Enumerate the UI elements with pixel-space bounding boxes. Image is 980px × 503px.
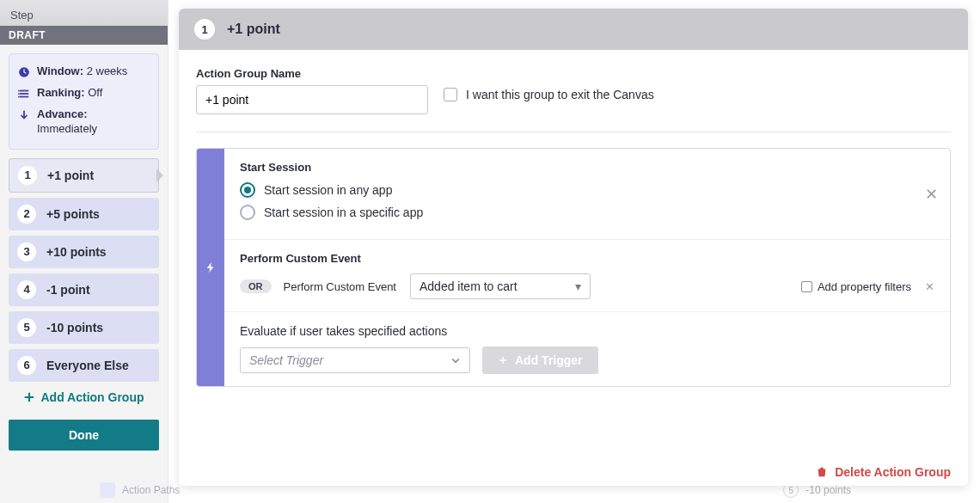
panel-footer: Delete Action Group bbox=[179, 457, 968, 486]
clock-icon bbox=[18, 66, 30, 83]
add-action-group-label: Add Action Group bbox=[40, 390, 144, 404]
panel-header: 1 +1 point bbox=[179, 9, 968, 50]
separator bbox=[196, 132, 951, 132]
or-badge: OR bbox=[240, 279, 272, 293]
add-trigger-button[interactable]: Add Trigger bbox=[482, 347, 598, 374]
group-list: 1 +1 point 2 +5 points 3 +10 points 4 -1… bbox=[0, 158, 168, 382]
radio-icon bbox=[240, 205, 255, 220]
add-action-group-button[interactable]: Add Action Group bbox=[9, 390, 159, 404]
radio-specific-app[interactable]: Start session in a specific app bbox=[240, 205, 934, 220]
group-number: 1 bbox=[18, 166, 37, 185]
svg-rect-2 bbox=[20, 93, 29, 95]
ranking-icon bbox=[18, 88, 30, 104]
group-label: Everyone Else bbox=[46, 359, 129, 372]
advance-icon bbox=[18, 109, 30, 126]
action-group-name-input[interactable] bbox=[196, 85, 428, 114]
remove-section-button[interactable]: ✕ bbox=[925, 185, 938, 204]
select-trigger-placeholder: Select Trigger bbox=[249, 353, 323, 367]
advance-label: Advance: bbox=[37, 107, 88, 120]
group-item-6[interactable]: 6 Everyone Else bbox=[9, 349, 159, 382]
property-filter-label: Add property filters bbox=[818, 280, 911, 293]
advance-value: Immediately bbox=[37, 122, 97, 135]
card-accent bbox=[197, 149, 224, 386]
group-number: 5 bbox=[17, 318, 36, 337]
remove-event-button[interactable]: ✕ bbox=[925, 280, 934, 293]
exit-canvas-label: I want this group to exit the Canvas bbox=[466, 88, 654, 101]
group-item-2[interactable]: 2 +5 points bbox=[9, 198, 159, 230]
caret-down-icon: ▾ bbox=[575, 279, 581, 293]
chevron-down-icon bbox=[450, 355, 461, 365]
canvas-node-label: Action Paths bbox=[122, 484, 180, 496]
svg-rect-1 bbox=[20, 90, 29, 92]
status-badge: DRAFT bbox=[0, 26, 168, 45]
svg-point-6 bbox=[18, 96, 20, 98]
group-number: 3 bbox=[17, 242, 36, 261]
svg-point-4 bbox=[18, 90, 20, 92]
event-select[interactable]: Added item to cart ▾ bbox=[410, 273, 591, 299]
radio-any-label: Start session in any app bbox=[264, 183, 392, 197]
delete-action-group-label: Delete Action Group bbox=[835, 465, 951, 479]
panel-header-number: 1 bbox=[194, 19, 215, 40]
property-filter-checkbox[interactable] bbox=[801, 281, 812, 292]
custom-event-section: Perform Custom Event OR Perform Custom E… bbox=[224, 240, 950, 312]
group-number: 6 bbox=[17, 356, 36, 375]
start-session-title: Start Session bbox=[240, 161, 934, 174]
group-number: 4 bbox=[17, 280, 36, 299]
group-label: +5 points bbox=[46, 207, 100, 221]
canvas-row-label: -10 points bbox=[805, 484, 851, 496]
radio-specific-label: Start session in a specific app bbox=[264, 205, 423, 219]
trash-icon bbox=[816, 466, 828, 478]
sidebar-header: Step bbox=[0, 0, 168, 26]
svg-point-5 bbox=[18, 93, 20, 95]
custom-event-title: Perform Custom Event bbox=[240, 252, 934, 265]
group-label: +10 points bbox=[46, 245, 107, 259]
group-item-4[interactable]: 4 -1 point bbox=[9, 273, 159, 306]
ranking-label: Ranking: bbox=[37, 86, 85, 99]
window-value: 2 weeks bbox=[87, 64, 128, 77]
group-item-5[interactable]: 5 -10 points bbox=[9, 311, 159, 344]
action-group-name-label: Action Group Name bbox=[196, 67, 428, 80]
delete-action-group-button[interactable]: Delete Action Group bbox=[816, 465, 951, 479]
group-number: 2 bbox=[17, 205, 36, 224]
svg-rect-3 bbox=[20, 96, 29, 98]
trigger-card: Start Session Start session in any app S… bbox=[196, 148, 951, 387]
plus-icon bbox=[23, 391, 35, 403]
evaluate-section: Evaluate if user takes specified actions… bbox=[224, 312, 950, 386]
action-group-panel: 1 +1 point Action Group Name I want this… bbox=[179, 9, 968, 486]
group-label: +1 point bbox=[47, 169, 94, 182]
exit-canvas-checkbox[interactable] bbox=[444, 88, 457, 101]
bolt-icon bbox=[205, 261, 217, 273]
done-button[interactable]: Done bbox=[9, 420, 159, 451]
perform-event-label: Perform Custom Event bbox=[284, 280, 397, 293]
step-label: Step bbox=[10, 9, 157, 21]
window-label: Window: bbox=[37, 64, 83, 77]
sidebar: Step DRAFT Window: 2 weeks Ranking: Off bbox=[0, 0, 168, 503]
start-session-section: Start Session Start session in any app S… bbox=[224, 149, 950, 240]
group-label: -10 points bbox=[46, 321, 103, 334]
event-select-value: Added item to cart bbox=[420, 279, 518, 293]
panel-header-title: +1 point bbox=[227, 21, 280, 37]
evaluate-label: Evaluate if user takes specified actions bbox=[240, 324, 934, 338]
ranking-value: Off bbox=[88, 86, 102, 99]
panel-body: Action Group Name I want this group to e… bbox=[179, 50, 968, 457]
radio-icon bbox=[240, 182, 255, 198]
group-label: -1 point bbox=[46, 283, 90, 297]
plus-icon bbox=[498, 355, 508, 365]
group-item-3[interactable]: 3 +10 points bbox=[9, 236, 159, 268]
step-meta: Window: 2 weeks Ranking: Off Advance:Imm… bbox=[9, 53, 159, 150]
add-trigger-label: Add Trigger bbox=[515, 353, 583, 367]
group-item-1[interactable]: 1 +1 point bbox=[9, 158, 159, 193]
select-trigger[interactable]: Select Trigger bbox=[240, 347, 470, 373]
radio-any-app[interactable]: Start session in any app bbox=[240, 182, 934, 198]
